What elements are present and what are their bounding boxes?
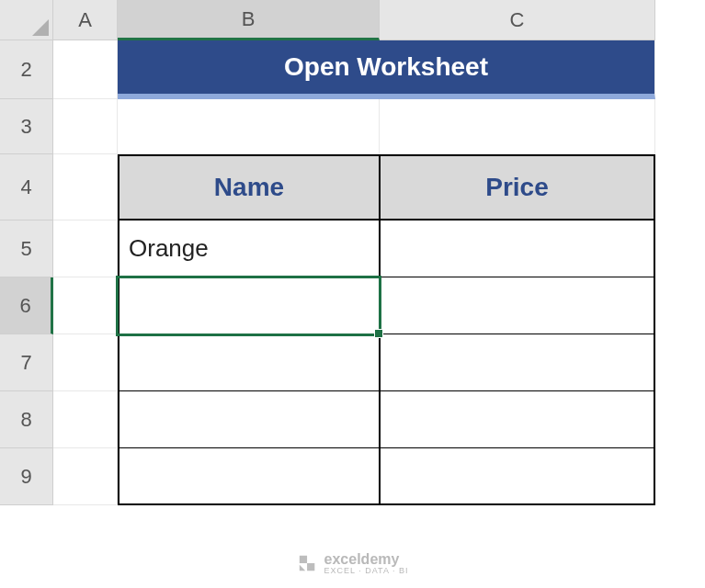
cell-b8[interactable]: [118, 391, 380, 448]
logo-icon: [297, 553, 317, 573]
cell-a6[interactable]: [53, 277, 118, 334]
cell-b6[interactable]: [118, 277, 380, 334]
cell-a9[interactable]: [53, 448, 118, 505]
watermark: exceldemy EXCEL · DATA · BI: [297, 551, 409, 575]
column-header-c[interactable]: C: [380, 0, 655, 40]
cell-b9[interactable]: [118, 448, 380, 505]
cell-c5[interactable]: [380, 220, 655, 277]
cell-c9[interactable]: [380, 448, 655, 505]
row-header-7[interactable]: 7: [0, 334, 53, 391]
row-header-4[interactable]: 4: [0, 154, 53, 220]
watermark-brand: exceldemy: [324, 551, 400, 567]
title-banner[interactable]: Open Worksheet: [118, 40, 655, 99]
cell-a5[interactable]: [53, 220, 118, 277]
row-header-9[interactable]: 9: [0, 448, 53, 505]
select-all-triangle-icon: [32, 19, 49, 36]
cell-a2[interactable]: [53, 40, 118, 99]
table-header-price[interactable]: Price: [380, 154, 655, 220]
column-header-a[interactable]: A: [53, 0, 118, 40]
cell-c7[interactable]: [380, 334, 655, 391]
cell-a3[interactable]: [53, 99, 118, 154]
cell-c6[interactable]: [380, 277, 655, 334]
row-header-3[interactable]: 3: [0, 99, 53, 154]
watermark-tagline: EXCEL · DATA · BI: [324, 566, 409, 575]
cell-c8[interactable]: [380, 391, 655, 448]
cell-b7[interactable]: [118, 334, 380, 391]
table-header-name[interactable]: Name: [118, 154, 380, 220]
row-header-2[interactable]: 2: [0, 40, 53, 99]
cell-b3[interactable]: [118, 99, 380, 154]
cell-a4[interactable]: [53, 154, 118, 220]
cell-a8[interactable]: [53, 391, 118, 448]
spreadsheet-grid: A B C 2 Open Worksheet 3 4 Name Price 5 …: [0, 0, 705, 505]
row-header-5[interactable]: 5: [0, 220, 53, 277]
row-header-8[interactable]: 8: [0, 391, 53, 448]
cell-b5[interactable]: Orange: [118, 220, 380, 277]
select-all-corner[interactable]: [0, 0, 53, 40]
cell-c3[interactable]: [380, 99, 655, 154]
cell-a7[interactable]: [53, 334, 118, 391]
column-header-b[interactable]: B: [118, 0, 380, 40]
row-header-6[interactable]: 6: [0, 277, 53, 334]
